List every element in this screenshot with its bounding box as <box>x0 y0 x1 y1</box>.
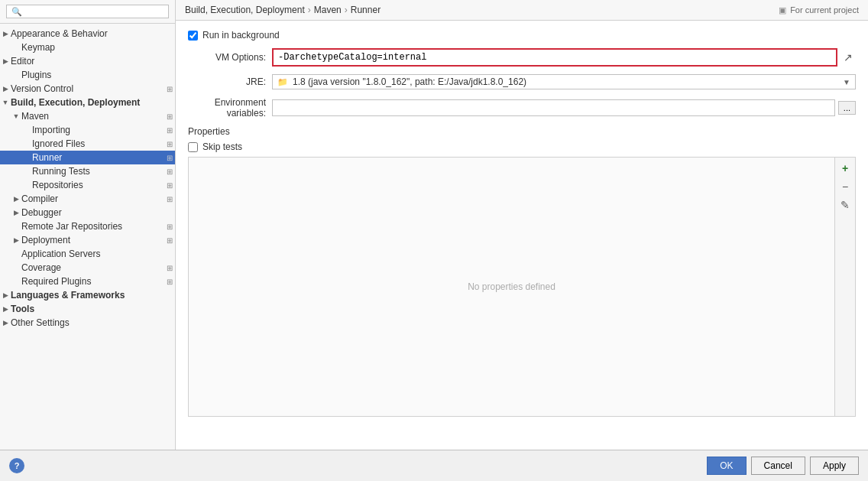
properties-actions: + − ✎ <box>834 158 855 416</box>
bottom-bar: ? OK Cancel Apply <box>0 450 868 481</box>
settings-icon: ⊞ <box>164 112 175 121</box>
sidebar-item-label: Plugins <box>21 70 175 80</box>
sidebar-item-label: Editor <box>11 56 175 67</box>
settings-icon: ⊞ <box>164 85 175 93</box>
sidebar-item-label: Other Settings <box>11 317 175 328</box>
properties-empty-state: No properties defined <box>189 158 834 416</box>
arrow-icon: ▶ <box>0 291 11 299</box>
help-button[interactable]: ? <box>9 458 24 473</box>
search-input[interactable] <box>6 5 169 18</box>
sidebar-item-remote-jar[interactable]: Remote Jar Repositories ⊞ <box>0 219 175 233</box>
jre-row: JRE: 📁 1.8 (java version "1.8.0_162", pa… <box>188 74 856 89</box>
settings-icon: ⊞ <box>164 278 175 286</box>
env-vars-label: Environment variables: <box>188 97 272 119</box>
env-vars-input[interactable] <box>272 99 835 116</box>
sidebar-item-tools[interactable]: ▶ Tools <box>0 302 175 316</box>
sidebar-item-importing[interactable]: Importing ⊞ <box>0 123 175 137</box>
sidebar-item-languages-frameworks[interactable]: ▶ Languages & Frameworks <box>0 288 175 302</box>
jre-label: JRE: <box>188 76 272 87</box>
sidebar-item-app-servers[interactable]: Application Servers <box>0 247 175 261</box>
run-in-background-row: Run in background <box>188 30 856 41</box>
sidebar-item-keymap[interactable]: Keymap <box>0 41 175 54</box>
sidebar-item-label: Application Servers <box>21 249 175 259</box>
sidebar-item-label: Deployment <box>21 235 164 245</box>
settings-icon: ⊞ <box>164 264 175 272</box>
skip-tests-checkbox[interactable] <box>188 142 198 152</box>
sidebar-item-label: Version Control <box>11 83 164 94</box>
expand-button[interactable]: ↗ <box>840 50 856 65</box>
properties-area: Properties Skip tests No properties defi… <box>188 126 856 417</box>
jre-select-wrapper: 📁 1.8 (java version "1.8.0_162", path: E… <box>272 74 856 89</box>
sidebar-item-repositories[interactable]: Repositories ⊞ <box>0 178 175 192</box>
sidebar-item-runner[interactable]: Runner ⊞ <box>0 151 175 164</box>
skip-tests-row: Skip tests <box>188 141 856 152</box>
search-box[interactable] <box>0 0 175 24</box>
sidebar-item-label: Appearance & Behavior <box>11 28 175 39</box>
sidebar-item-other-settings[interactable]: ▶ Other Settings <box>0 316 175 330</box>
arrow-icon: ▶ <box>11 236 21 244</box>
remove-property-button[interactable]: − <box>837 179 853 194</box>
sidebar-item-required-plugins[interactable]: Required Plugins ⊞ <box>0 275 175 288</box>
for-current-project: ▣ For current project <box>779 5 859 15</box>
sidebar-item-version-control[interactable]: ▶ Version Control ⊞ <box>0 82 175 96</box>
breadcrumb: Build, Execution, Deployment › Maven › R… <box>176 0 868 21</box>
arrow-icon: ▶ <box>0 57 11 65</box>
sidebar-item-label: Remote Jar Repositories <box>21 221 164 232</box>
sidebar-item-label: Maven <box>21 111 164 122</box>
form-area: Run in background VM Options: ↗ JRE: 📁 1… <box>176 21 868 450</box>
sidebar-item-appearance-behavior[interactable]: ▶ Appearance & Behavior <box>0 27 175 41</box>
vm-options-input[interactable] <box>272 48 837 67</box>
jre-select[interactable]: 📁 1.8 (java version "1.8.0_162", path: E… <box>272 74 856 89</box>
settings-icon: ⊞ <box>164 126 175 135</box>
settings-icon: ⊞ <box>164 223 175 231</box>
sidebar-item-label: Runner <box>32 152 164 163</box>
vm-options-label: VM Options: <box>188 52 272 63</box>
chevron-down-icon: ▼ <box>843 78 850 86</box>
sidebar-item-label: Keymap <box>21 42 175 53</box>
breadcrumb-part-3: Runner <box>351 5 381 15</box>
arrow-icon: ▼ <box>0 99 11 106</box>
run-in-background-checkbox[interactable] <box>188 31 198 41</box>
sidebar-item-running-tests[interactable]: Running Tests ⊞ <box>0 164 175 178</box>
env-vars-row: Environment variables: ... <box>188 97 856 119</box>
arrow-icon: ▶ <box>0 30 11 37</box>
jre-value: 1.8 (java version "1.8.0_162", path: E:/… <box>293 76 526 87</box>
sidebar-item-label: Repositories <box>32 180 164 190</box>
settings-icon: ⊞ <box>164 181 175 190</box>
sidebar-item-label: Running Tests <box>32 166 164 177</box>
sidebar-item-deployment[interactable]: ▶ Deployment ⊞ <box>0 233 175 247</box>
sidebar-item-coverage[interactable]: Coverage ⊞ <box>0 261 175 275</box>
sidebar-item-build-execution[interactable]: ▼ Build, Execution, Deployment <box>0 96 175 109</box>
content-area: Build, Execution, Deployment › Maven › R… <box>176 0 868 450</box>
sidebar-item-maven[interactable]: ▼ Maven ⊞ <box>0 109 175 123</box>
breadcrumb-part-2: Maven <box>314 5 342 15</box>
project-icon: ▣ <box>779 5 786 15</box>
sidebar-item-ignored-files[interactable]: Ignored Files ⊞ <box>0 137 175 151</box>
add-property-button[interactable]: + <box>837 161 853 176</box>
sidebar-item-debugger[interactable]: ▶ Debugger <box>0 206 175 219</box>
sidebar-item-label: Languages & Frameworks <box>11 290 175 301</box>
breadcrumb-sep: › <box>308 5 311 15</box>
sidebar-item-editor[interactable]: ▶ Editor <box>0 54 175 68</box>
sidebar-item-label: Compiler <box>21 193 164 204</box>
sidebar-item-label: Coverage <box>21 262 164 273</box>
settings-icon: ⊞ <box>164 154 175 162</box>
env-ellipsis-button[interactable]: ... <box>838 101 856 115</box>
arrow-icon: ▶ <box>0 305 11 313</box>
settings-icon: ⊞ <box>164 236 175 245</box>
properties-label: Properties <box>188 126 856 137</box>
breadcrumb-sep: › <box>345 5 348 15</box>
settings-icon: ⊞ <box>164 167 175 176</box>
properties-panel: No properties defined + − ✎ <box>188 157 856 417</box>
sidebar-item-plugins[interactable]: Plugins <box>0 68 175 82</box>
sidebar-item-compiler[interactable]: ▶ Compiler ⊞ <box>0 192 175 206</box>
vm-options-row: VM Options: ↗ <box>188 48 856 67</box>
arrow-icon: ▶ <box>0 319 11 327</box>
run-in-background-label: Run in background <box>202 30 280 41</box>
ok-button[interactable]: OK <box>707 457 746 475</box>
sidebar-item-label: Required Plugins <box>21 276 164 287</box>
vm-options-input-wrapper: ↗ <box>272 48 856 67</box>
edit-property-button[interactable]: ✎ <box>837 197 853 213</box>
cancel-button[interactable]: Cancel <box>751 457 805 475</box>
apply-button[interactable]: Apply <box>810 457 859 475</box>
